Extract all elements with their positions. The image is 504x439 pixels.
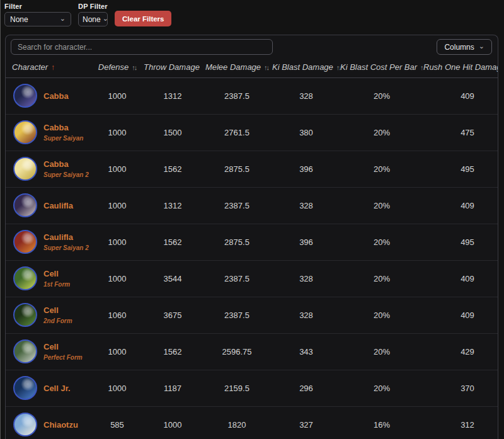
- character-form: Super Saiyan 2: [43, 244, 89, 251]
- column-header-throw-damage[interactable]: Throw Damage↑↓: [144, 57, 202, 77]
- ki-blast-damage-value: 296: [272, 370, 340, 406]
- cell-2nd-form-portrait-icon: [13, 303, 37, 327]
- ki-blast-damage-value: 328: [272, 77, 340, 114]
- character-cell: Cell2nd Form: [6, 297, 91, 333]
- throw-damage-value: 1500: [144, 114, 202, 151]
- character-cell-content: CabbaSuper Saiyan 2: [6, 157, 91, 181]
- character-name: Caulifla: [43, 232, 89, 242]
- character-name-block: CellPerfect Form: [43, 342, 83, 361]
- melee-damage-value: 2387.5: [202, 260, 272, 297]
- column-header-ki-blast-damage[interactable]: Ki Blast Damage↑↓: [272, 57, 340, 77]
- dp-filter-label: DP Filter: [78, 3, 108, 10]
- column-label: Ki Blast Damage: [272, 62, 333, 72]
- table-row[interactable]: CellPerfect Form100015622596.7534320%429: [6, 333, 498, 370]
- dp-filter-select-value: None: [83, 15, 101, 24]
- search-input[interactable]: [11, 39, 273, 55]
- melee-damage-value: 2875.5: [202, 224, 272, 260]
- ki-blast-damage-value: 328: [272, 187, 340, 224]
- character-cell-content: CellPerfect Form: [6, 339, 91, 363]
- ki-blast-cost-per-bar-value: 20%: [340, 151, 423, 187]
- character-cell: Caulifla: [6, 187, 91, 224]
- character-cell-content: Caulifla: [6, 193, 91, 217]
- character-cell-content: Cell Jr.: [6, 376, 91, 400]
- cell-perfect-form-portrait-icon: [13, 339, 37, 363]
- rush-one-hit-damage-value: 495: [423, 151, 498, 187]
- character-cell-content: CabbaSuper Saiyan: [6, 120, 91, 144]
- ki-blast-cost-per-bar-value: 20%: [340, 187, 423, 224]
- chiaotzu-portrait-icon: [13, 413, 37, 436]
- columns-button[interactable]: Columns ⌄: [437, 39, 492, 55]
- filter-select[interactable]: None ⌄: [4, 12, 71, 26]
- character-table-panel: Columns ⌄ Character↑Defense↑↓Throw Damag…: [5, 35, 498, 439]
- throw-damage-value: 3675: [144, 297, 202, 333]
- caulifla-portrait-icon: [13, 193, 37, 217]
- sort-toggle-icon: ↑↓: [264, 64, 268, 71]
- table-row[interactable]: CabbaSuper Saiyan100015002761.538020%475: [6, 114, 498, 151]
- defense-value: 1000: [91, 114, 144, 151]
- character-cell: Cabba: [6, 77, 91, 114]
- defense-value: 1000: [91, 260, 144, 297]
- column-label: Rush One Hit Damage: [423, 62, 498, 72]
- character-name-block: Caulifla: [43, 201, 73, 210]
- column-header-ki-blast-cost-per-bar[interactable]: Ki Blast Cost Per Bar↑↓: [340, 57, 423, 77]
- table-row[interactable]: Caulifla100013122387.532820%409: [6, 187, 498, 224]
- melee-damage-value: 2387.5: [202, 187, 272, 224]
- column-header-rush-one-hit-damage[interactable]: Rush One Hit Damage↑↓: [423, 57, 498, 77]
- character-name-block: CauliflaSuper Saiyan 2: [43, 232, 89, 251]
- dp-filter-select[interactable]: None ⌄: [78, 12, 108, 26]
- character-name: Cabba: [43, 159, 89, 169]
- clear-filters-button[interactable]: Clear Filters: [115, 11, 171, 26]
- column-label: Ki Blast Cost Per Bar: [340, 62, 417, 72]
- ki-blast-damage-value: 343: [272, 333, 340, 370]
- chevron-down-icon: ⌄: [479, 43, 484, 50]
- table-row[interactable]: Cell2nd Form106036752387.532820%409: [6, 297, 498, 333]
- table-row[interactable]: CabbaSuper Saiyan 2100015622875.539620%4…: [6, 151, 498, 187]
- ki-blast-damage-value: 328: [272, 260, 340, 297]
- character-form: Super Saiyan 2: [43, 171, 89, 178]
- column-label: Defense: [98, 62, 129, 72]
- character-cell: CabbaSuper Saiyan: [6, 114, 91, 151]
- table-row[interactable]: Cabba100013122387.532820%409: [6, 77, 498, 114]
- melee-damage-value: 2387.5: [202, 297, 272, 333]
- table-row[interactable]: Cell Jr.100011872159.529620%370: [6, 370, 498, 406]
- column-header-character[interactable]: Character↑: [6, 57, 91, 77]
- character-stats-table: Character↑Defense↑↓Throw Damage↑↓Melee D…: [6, 57, 498, 439]
- rush-one-hit-damage-value: 409: [423, 297, 498, 333]
- table-row[interactable]: Cell1st Form100035442387.532820%409: [6, 260, 498, 297]
- defense-value: 1000: [91, 333, 144, 370]
- chevron-down-icon: ⌄: [60, 15, 66, 22]
- character-name-block: Cabba: [43, 91, 69, 101]
- caulifla-super-saiyan-2-portrait-icon: [13, 230, 37, 254]
- character-form: Perfect Form: [43, 354, 83, 361]
- rush-one-hit-damage-value: 370: [423, 370, 498, 406]
- character-cell-content: Cell2nd Form: [6, 303, 91, 327]
- cabba-super-saiyan-2-portrait-icon: [13, 157, 37, 181]
- melee-damage-value: 1820: [202, 406, 272, 439]
- character-name-block: Cell1st Form: [43, 269, 70, 288]
- column-header-defense[interactable]: Defense↑↓: [91, 57, 144, 77]
- table-header-row: Character↑Defense↑↓Throw Damage↑↓Melee D…: [6, 57, 498, 77]
- character-form: Super Saiyan: [43, 135, 83, 142]
- defense-value: 1000: [91, 151, 144, 187]
- rush-one-hit-damage-value: 429: [423, 333, 498, 370]
- throw-damage-value: 3544: [144, 260, 202, 297]
- filter-group: Filter None ⌄: [4, 3, 71, 26]
- character-name: Cell Jr.: [43, 384, 71, 393]
- character-cell: CabbaSuper Saiyan 2: [6, 151, 91, 187]
- ki-blast-damage-value: 328: [272, 297, 340, 333]
- defense-value: 1000: [91, 224, 144, 260]
- character-cell-content: Cabba: [6, 84, 91, 108]
- ki-blast-damage-value: 396: [272, 151, 340, 187]
- rush-one-hit-damage-value: 409: [423, 260, 498, 297]
- character-name: Cell: [43, 269, 70, 278]
- ki-blast-cost-per-bar-value: 20%: [340, 224, 423, 260]
- character-name-block: CabbaSuper Saiyan: [43, 123, 83, 142]
- cabba-portrait-icon: [13, 84, 37, 108]
- character-cell: Cell1st Form: [6, 260, 91, 297]
- table-row[interactable]: Chiaotzu5851000182032716%312: [6, 406, 498, 439]
- character-name: Caulifla: [43, 201, 73, 210]
- table-row[interactable]: CauliflaSuper Saiyan 2100015622875.53962…: [6, 224, 498, 260]
- table-toolbar: Columns ⌄: [6, 35, 498, 56]
- column-header-melee-damage[interactable]: Melee Damage↑↓: [202, 57, 272, 77]
- ki-blast-damage-value: 380: [272, 114, 340, 151]
